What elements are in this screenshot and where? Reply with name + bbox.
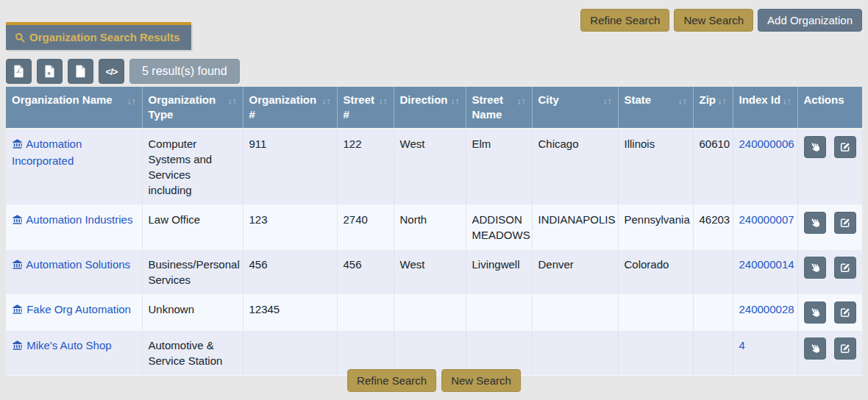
edit-organization-button[interactable] <box>834 257 856 279</box>
direction-cell: North <box>394 205 466 250</box>
new-search-button-bottom[interactable]: New Search <box>441 369 521 392</box>
page-background: Refine Search New Search Add Organizatio… <box>0 0 868 400</box>
index-id-cell: 240000006 <box>733 129 797 205</box>
select-organization-button[interactable] <box>804 257 826 279</box>
zip-cell <box>693 295 733 331</box>
bank-icon <box>12 258 23 274</box>
column-header-zip[interactable]: Zip↓↑ <box>693 87 733 129</box>
city-cell: Chicago <box>532 129 618 205</box>
results-count-badge: 5 result(s) found <box>129 59 240 84</box>
sort-icons[interactable]: ↓↑ <box>602 93 612 109</box>
org-name-cell: Automation Solutions <box>6 250 142 295</box>
hand-pointer-icon <box>809 343 821 354</box>
column-label: State <box>625 93 677 107</box>
organization-results-table: Organization Name↓↑Organization Type↓↑Or… <box>6 87 862 376</box>
sort-icons[interactable]: ↓↑ <box>227 93 237 109</box>
select-organization-button[interactable] <box>804 338 826 360</box>
sort-icons[interactable]: ↓↑ <box>126 93 136 109</box>
street-number-cell: 456 <box>337 250 394 295</box>
column-header-street-name[interactable]: Street Name↓↑ <box>466 87 532 129</box>
org-name-link[interactable]: Mike's Auto Shop <box>26 339 111 351</box>
org-type-cell: Computer Systems and Services including <box>142 129 243 205</box>
edit-organization-button[interactable] <box>834 338 856 360</box>
excel-file-icon: x <box>44 65 55 78</box>
column-header-direction[interactable]: Direction↓↑ <box>394 87 466 129</box>
file-icon <box>75 65 86 78</box>
edit-icon <box>839 262 851 274</box>
file-export-button[interactable] <box>68 59 93 84</box>
city-cell <box>532 295 618 331</box>
state-cell: Illinois <box>618 129 693 205</box>
sort-icons[interactable]: ↓↑ <box>321 93 331 109</box>
sort-icons[interactable]: ↓↑ <box>377 93 388 109</box>
org-name-link[interactable]: Fake Org Automation <box>26 303 131 315</box>
refine-search-button[interactable]: Refine Search <box>580 9 669 32</box>
pdf-file-icon <box>13 65 24 78</box>
column-header-organization[interactable]: Organization #↓↑ <box>243 87 337 129</box>
sort-icons[interactable]: ↓↑ <box>716 93 727 109</box>
zip-cell: 46203 <box>693 205 733 250</box>
code-icon: </> <box>106 66 118 77</box>
org-name-cell: Automation Incorporated <box>6 129 142 205</box>
edit-icon <box>839 307 851 318</box>
org-name-cell: Automation Industries <box>6 205 142 250</box>
street-name-cell: Livingwell <box>466 250 532 295</box>
column-header-organization-type[interactable]: Organization Type↓↑ <box>142 87 243 129</box>
edit-icon <box>839 141 851 153</box>
pdf-export-button[interactable] <box>6 59 32 84</box>
column-label: Index Id <box>739 93 781 107</box>
refine-search-button-bottom[interactable]: Refine Search <box>347 369 436 392</box>
org-name-link[interactable]: Automation Industries <box>26 213 132 226</box>
org-type-cell: Law Office <box>142 205 243 250</box>
index-id-link[interactable]: 240000007 <box>739 213 794 226</box>
org-type-cell: Automotive & Service Station <box>142 331 243 376</box>
state-cell: Colorado <box>618 250 693 295</box>
org-number-cell: 123 <box>243 205 337 250</box>
actions-cell <box>797 250 862 295</box>
sort-icons[interactable]: ↓↑ <box>516 93 526 109</box>
add-organization-button[interactable]: Add Organization <box>758 9 862 32</box>
index-id-cell: 4 <box>733 331 797 376</box>
index-id-cell: 240000007 <box>733 205 797 250</box>
edit-icon <box>839 217 851 229</box>
select-organization-button[interactable] <box>804 136 826 158</box>
column-header-organization-name[interactable]: Organization Name↓↑ <box>6 87 142 129</box>
org-name-link[interactable]: Automation Solutions <box>26 258 130 271</box>
sort-icons[interactable]: ↓↑ <box>781 93 791 109</box>
city-cell <box>532 331 618 376</box>
table-row: Fake Org AutomationUnknown12345240000028 <box>6 295 862 331</box>
column-header-city[interactable]: City↓↑ <box>532 87 618 129</box>
tab-organization-search-results[interactable]: Organization Search Results <box>6 22 191 50</box>
code-export-button[interactable]: </> <box>99 59 124 84</box>
street-number-cell: 122 <box>337 129 394 205</box>
excel-export-button[interactable]: x <box>37 59 63 84</box>
column-label: Zip <box>700 93 716 107</box>
index-id-link[interactable]: 240000006 <box>739 138 794 150</box>
column-header-index-id[interactable]: Index Id↓↑ <box>733 87 797 129</box>
index-id-link[interactable]: 240000014 <box>739 258 794 271</box>
sort-icons[interactable]: ↓↑ <box>677 93 687 109</box>
index-id-link[interactable]: 4 <box>739 339 745 351</box>
column-label: Direction <box>400 93 449 107</box>
city-cell: Denver <box>532 250 618 295</box>
index-id-link[interactable]: 240000028 <box>739 303 794 315</box>
column-label: Organization # <box>249 93 321 122</box>
sort-icons[interactable]: ↓↑ <box>449 93 460 109</box>
org-type-cell: Business/Personal Services <box>142 250 243 295</box>
select-organization-button[interactable] <box>804 212 826 234</box>
edit-organization-button[interactable] <box>834 136 856 158</box>
street-name-cell: ADDISON MEADOWS <box>466 205 532 250</box>
edit-icon <box>839 343 851 354</box>
select-organization-button[interactable] <box>804 301 826 324</box>
new-search-button[interactable]: New Search <box>674 9 753 32</box>
edit-organization-button[interactable] <box>834 212 856 234</box>
column-label: Actions <box>804 93 857 107</box>
column-label: City <box>538 93 602 107</box>
org-name-cell: Fake Org Automation <box>6 295 142 331</box>
edit-organization-button[interactable] <box>834 301 856 324</box>
org-name-cell: Mike's Auto Shop <box>6 331 142 376</box>
column-header-street[interactable]: Street #↓↑ <box>337 87 394 129</box>
org-table-body: Automation IncorporatedComputer Systems … <box>6 129 862 376</box>
column-header-state[interactable]: State↓↑ <box>618 87 693 129</box>
results-table-container: Organization Name↓↑Organization Type↓↑Or… <box>6 87 862 376</box>
